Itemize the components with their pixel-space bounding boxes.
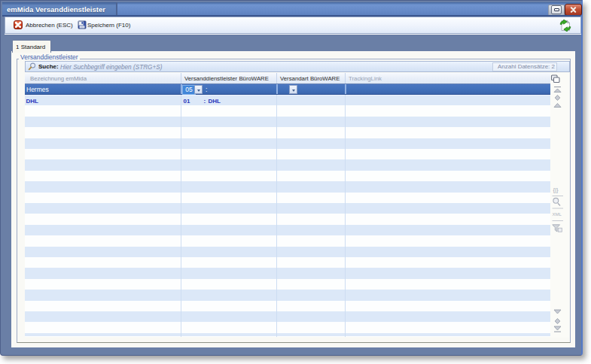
svg-text:XML: XML (553, 212, 562, 217)
svg-text:{|}: {|} (553, 187, 559, 193)
